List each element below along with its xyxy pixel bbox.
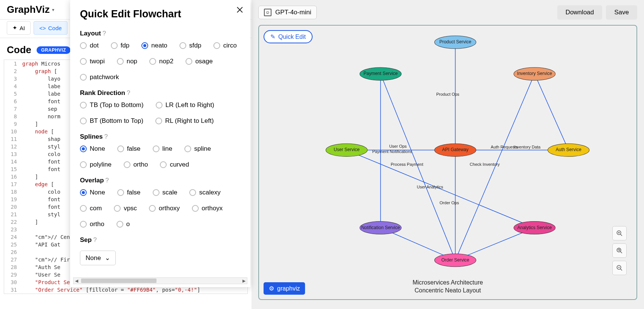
- overlap-option-o[interactable]: o: [117, 220, 130, 228]
- scroll-right-arrow[interactable]: ▶: [241, 278, 247, 283]
- radio-icon: [179, 42, 186, 49]
- radio-icon: [117, 189, 124, 196]
- layout-option-twopi[interactable]: twopi: [80, 58, 105, 65]
- zoom-out-button[interactable]: [612, 261, 627, 275]
- radio-label: orthoxy: [159, 205, 180, 212]
- help-icon[interactable]: ?: [127, 89, 130, 96]
- model-selector[interactable]: ☺ GPT-4o-mini: [258, 6, 317, 19]
- radio-icon: [153, 145, 159, 152]
- horizontal-scrollbar[interactable]: ◀ ▶: [73, 277, 247, 284]
- close-button[interactable]: [236, 6, 244, 16]
- help-icon[interactable]: ?: [105, 177, 109, 184]
- chevron-down-icon[interactable]: ▾: [52, 7, 54, 12]
- radio-label: com: [90, 205, 102, 212]
- code-tab-button[interactable]: <> Code: [34, 21, 67, 35]
- sep-select[interactable]: None ⌄: [80, 251, 116, 265]
- radio-label: BT (Bottom to Top): [90, 117, 143, 125]
- layout-option-neato[interactable]: neato: [141, 42, 167, 49]
- ai-tab-button[interactable]: ✦ AI: [7, 21, 31, 35]
- splines-option-ortho[interactable]: ortho: [124, 161, 148, 168]
- download-button[interactable]: Download: [557, 5, 603, 20]
- node-label: Payment Service: [363, 71, 398, 76]
- layout-option-dot[interactable]: dot: [80, 42, 99, 49]
- radio-label: None: [90, 189, 105, 196]
- radio-label: ortho: [90, 220, 104, 228]
- svg-line-7: [620, 269, 622, 271]
- scroll-left-arrow[interactable]: ◀: [74, 278, 80, 283]
- overlap-radio-group: Nonefalsescalescalexycomvpscorthoxyortho…: [80, 189, 241, 228]
- layout-option-fdp[interactable]: fdp: [111, 42, 130, 49]
- save-button[interactable]: Save: [606, 5, 637, 20]
- overlap-option-orthoyx[interactable]: orthoyx: [192, 205, 223, 212]
- radio-icon: [124, 161, 130, 168]
- radio-label: line: [163, 145, 172, 153]
- robot-icon: ☺: [264, 9, 271, 16]
- rank-option-lr-left-to-right-[interactable]: LR (Left to Right): [156, 101, 214, 109]
- overlap-option-none[interactable]: None: [80, 189, 105, 196]
- radio-label: nop2: [159, 58, 173, 65]
- sparkle-icon: ✦: [12, 24, 17, 31]
- radio-icon: [80, 161, 87, 168]
- overlap-option-com[interactable]: com: [80, 205, 102, 212]
- rank-option-bt-bottom-to-top-[interactable]: BT (Bottom to Top): [80, 117, 143, 125]
- help-icon[interactable]: ?: [103, 30, 106, 37]
- splines-option-line[interactable]: line: [153, 145, 172, 153]
- node-label: Product Service: [439, 39, 471, 44]
- graph-canvas[interactable]: ✎ Quick Edit Product OpsAuth RequestsUse…: [258, 25, 637, 300]
- splines-option-false[interactable]: false: [117, 145, 141, 153]
- radio-label: circo: [223, 42, 237, 49]
- radio-label: orthoyx: [202, 205, 223, 212]
- graphviz-badge: GRAPHVIZ: [37, 46, 71, 54]
- layout-option-sfdp[interactable]: sfdp: [179, 42, 201, 49]
- layout-radio-group: dotfdpneatosfdpcircotwopinopnop2osagepat…: [80, 42, 241, 81]
- radio-icon: [149, 205, 156, 212]
- svg-line-1: [620, 234, 622, 236]
- layout-option-nop[interactable]: nop: [117, 58, 137, 65]
- splines-option-polyline[interactable]: polyline: [80, 161, 112, 168]
- radio-icon: [80, 74, 87, 81]
- radio-label: spline: [194, 145, 211, 153]
- sep-group-label: Sep?: [80, 236, 241, 244]
- help-icon[interactable]: ?: [104, 133, 107, 140]
- edge-label: User Analytics: [417, 185, 443, 189]
- overlap-option-ortho[interactable]: ortho: [80, 220, 104, 228]
- overlap-option-scalexy[interactable]: scalexy: [189, 189, 221, 196]
- splines-option-spline[interactable]: spline: [184, 145, 211, 153]
- radio-label: fdp: [121, 42, 130, 49]
- layout-option-nop2[interactable]: nop2: [149, 58, 173, 65]
- overlap-option-vpsc[interactable]: vpsc: [114, 205, 137, 212]
- graphviz-engine-badge[interactable]: ⚙ graphviz: [264, 282, 305, 295]
- layout-option-osage[interactable]: osage: [186, 58, 213, 65]
- model-name: GPT-4o-mini: [275, 9, 311, 16]
- radio-label: curved: [170, 161, 189, 168]
- rank-option-rl-right-to-left-[interactable]: RL (Right to Left): [155, 117, 214, 125]
- radio-icon: [80, 102, 87, 109]
- layout-option-circo[interactable]: circo: [213, 42, 237, 49]
- node-label: User Service: [334, 147, 360, 153]
- radio-icon: [153, 189, 159, 196]
- help-icon[interactable]: ?: [93, 236, 97, 243]
- radio-icon: [156, 102, 163, 109]
- radio-icon: [117, 58, 124, 65]
- close-icon: [236, 6, 244, 14]
- graph-svg: Product OpsAuth RequestsUser OpsOrder Op…: [259, 26, 636, 297]
- zoom-in-button[interactable]: [612, 226, 627, 240]
- zoom-in-icon: [616, 230, 623, 237]
- radio-label: scalexy: [199, 189, 221, 196]
- quick-edit-modal: Quick Edit Flowchart Layout? dotfdpneato…: [70, 0, 250, 287]
- overlap-option-false[interactable]: false: [117, 189, 141, 196]
- node-label: API Gateway: [442, 147, 468, 153]
- overlap-option-scale[interactable]: scale: [153, 189, 178, 196]
- splines-group-label: Splines?: [80, 133, 241, 141]
- chevron-down-icon: ⌄: [105, 254, 110, 262]
- layout-option-patchwork[interactable]: patchwork: [80, 73, 119, 81]
- scroll-thumb[interactable]: [81, 278, 156, 283]
- overlap-option-orthoxy[interactable]: orthoxy: [149, 205, 180, 212]
- reset-icon: [616, 247, 623, 254]
- rank-option-tb-top-to-bottom-[interactable]: TB (Top to Bottom): [80, 101, 144, 109]
- zoom-reset-button[interactable]: [612, 243, 627, 258]
- node-label: Inventory Service: [517, 71, 552, 76]
- splines-option-curved[interactable]: curved: [160, 161, 189, 168]
- splines-option-none[interactable]: None: [80, 145, 105, 153]
- gear-icon: ⚙: [269, 285, 274, 292]
